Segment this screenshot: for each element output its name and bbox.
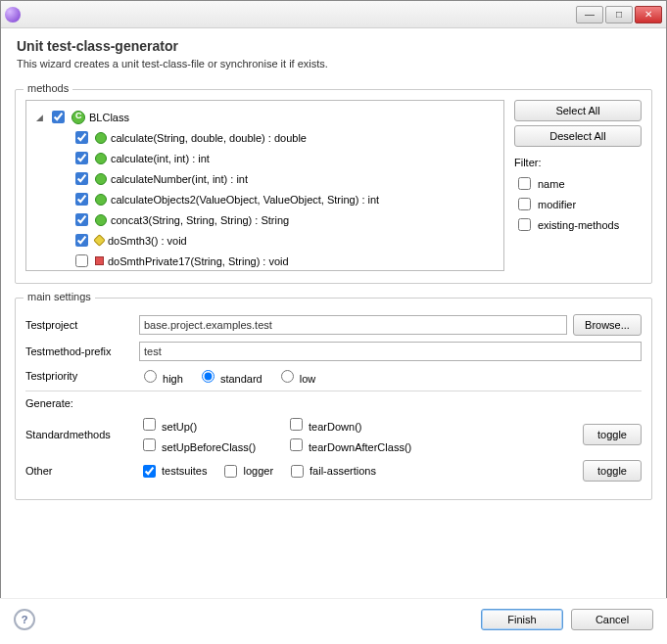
method-row[interactable]: calculateObjects2(ValueObject, ValueObje… (30, 189, 500, 209)
collapse-icon[interactable]: ◢ (34, 113, 44, 122)
teardown-checkbox[interactable]: tearDown() (286, 415, 443, 434)
filter-modifier[interactable]: modifier (514, 195, 642, 213)
testproject-label: Testproject (25, 319, 133, 331)
teardownafterclass-checkbox[interactable]: tearDownAfterClass() (286, 436, 443, 454)
method-label: calculateNumber(int, int) : int (111, 173, 248, 185)
prefix-label: Testmethod-prefix (25, 345, 133, 357)
method-label: calculateObjects2(ValueObject, ValueObje… (111, 194, 379, 206)
filter-checkbox[interactable] (518, 218, 531, 231)
class-label: BLClass (89, 112, 129, 123)
priority-low[interactable]: low (276, 367, 316, 385)
other-checkbox[interactable] (224, 465, 237, 478)
class-icon (71, 111, 85, 124)
titlebar: — □ ✕ (1, 1, 666, 28)
testproject-input[interactable] (139, 315, 567, 335)
cancel-button[interactable]: Cancel (571, 609, 653, 630)
visibility-public-icon (95, 153, 107, 164)
minimize-button[interactable]: — (576, 6, 603, 23)
visibility-protected-icon (93, 234, 106, 247)
settings-group: main settings Testproject Browse... Test… (15, 298, 652, 500)
method-label: calculate(int, int) : int (111, 153, 210, 164)
deselect-all-button[interactable]: Deselect All (514, 125, 642, 147)
visibility-private-icon (95, 256, 104, 265)
setupbeforeclass-checkbox[interactable]: setUpBeforeClass() (139, 436, 276, 454)
eclipse-icon (5, 7, 21, 23)
page-title: Unit test-class-generator (17, 38, 650, 54)
visibility-public-icon (95, 173, 107, 185)
prefix-input[interactable] (139, 342, 642, 361)
toggle-other-button[interactable]: toggle (583, 460, 642, 482)
method-row[interactable]: concat3(String, String, String) : String (30, 209, 500, 230)
priority-standard[interactable]: standard (197, 367, 262, 385)
visibility-public-icon (95, 194, 107, 206)
method-row[interactable]: calculateNumber(int, int) : int (30, 168, 500, 189)
other-checkbox[interactable] (291, 465, 304, 478)
page-subtitle: This wizard creates a unit test-class-fi… (17, 58, 650, 69)
other-fail-assertions[interactable]: fail-assertions (287, 462, 376, 481)
method-label: calculate(String, double, double) : doub… (111, 132, 307, 144)
method-checkbox[interactable] (75, 234, 88, 247)
other-testsuites[interactable]: testsuites (139, 462, 207, 481)
wizard-header: Unit test-class-generator This wizard cr… (1, 28, 666, 83)
filter-label: Filter: (514, 157, 642, 168)
method-row[interactable]: calculate(int, int) : int (30, 148, 500, 168)
footer: ? Finish Cancel (0, 598, 667, 644)
filter-checkbox[interactable] (518, 198, 531, 210)
method-label: concat3(String, String, String) : String (111, 214, 289, 226)
priority-high[interactable]: high (139, 367, 183, 385)
method-checkbox[interactable] (75, 152, 88, 164)
other-label: Other (25, 465, 133, 477)
filter-existing-methods[interactable]: existing-methods (514, 215, 642, 234)
method-row[interactable]: doSmth3() : void (30, 230, 500, 251)
toggle-std-button[interactable]: toggle (583, 424, 642, 445)
method-row[interactable]: doSmthPrivate17(String, String) : void (30, 251, 500, 271)
method-checkbox[interactable] (75, 172, 88, 185)
method-checkbox[interactable] (75, 213, 88, 226)
help-icon[interactable]: ? (14, 609, 35, 630)
methods-group: methods ◢ BLClass calculate(String, doub… (15, 89, 652, 284)
other-logger[interactable]: logger (220, 462, 273, 481)
method-checkbox[interactable] (75, 193, 88, 206)
method-checkbox[interactable] (75, 131, 88, 144)
setup-checkbox[interactable]: setUp() (139, 415, 276, 434)
finish-button[interactable]: Finish (481, 609, 563, 630)
methods-legend: methods (24, 82, 72, 94)
tree-class-row[interactable]: ◢ BLClass (30, 107, 500, 127)
method-row[interactable]: calculate(String, double, double) : doub… (30, 127, 500, 148)
filter-name[interactable]: name (514, 174, 642, 193)
priority-label: Testpriority (25, 370, 133, 382)
visibility-public-icon (95, 132, 107, 144)
settings-legend: main settings (24, 291, 95, 302)
method-checkbox[interactable] (75, 254, 88, 267)
browse-button[interactable]: Browse... (573, 314, 642, 336)
close-button[interactable]: ✕ (635, 6, 662, 23)
maximize-button[interactable]: □ (605, 6, 633, 23)
select-all-button[interactable]: Select All (514, 100, 642, 121)
generate-label: Generate: (25, 397, 642, 409)
class-checkbox[interactable] (52, 111, 65, 123)
other-checkbox[interactable] (143, 465, 156, 478)
method-label: doSmthPrivate17(String, String) : void (108, 255, 289, 267)
visibility-public-icon (95, 214, 107, 226)
standardmethods-label: Standardmethods (25, 429, 133, 440)
methods-tree[interactable]: ◢ BLClass calculate(String, double, doub… (25, 100, 504, 271)
method-label: doSmth3() : void (108, 235, 187, 247)
filter-checkbox[interactable] (518, 177, 531, 190)
